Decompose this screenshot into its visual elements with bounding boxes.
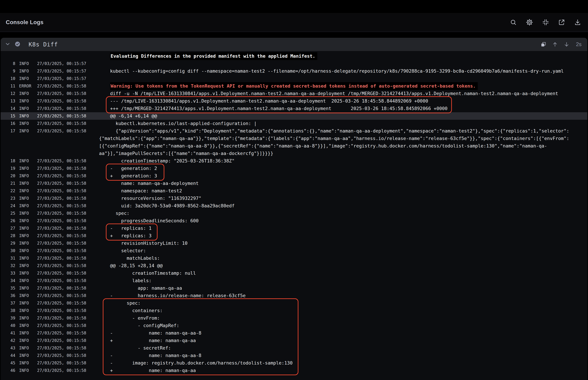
scroll-to-bottom-button[interactable] bbox=[564, 41, 569, 47]
header-actions bbox=[510, 19, 581, 26]
step-actions: 2s bbox=[541, 41, 582, 47]
log-row: 32INFO27/03/2025, 00:15:58 @@ -28,15 +28… bbox=[1, 262, 587, 269]
log-timestamp: 27/03/2025, 00:15:58 bbox=[37, 114, 99, 118]
log-row: 9INFO27/03/2025, 00:15:57 kubectl --kube… bbox=[1, 67, 587, 75]
log-timestamp: 27/03/2025, 00:15:57 bbox=[37, 69, 99, 74]
log-level: INFO bbox=[19, 248, 37, 253]
log-line-number: 28 bbox=[1, 233, 15, 238]
log-level: INFO bbox=[19, 166, 37, 171]
log-timestamp: 27/03/2025, 00:15:58 bbox=[37, 196, 99, 201]
log-message: Evaluating Differences in the provided m… bbox=[99, 52, 587, 60]
download-button[interactable] bbox=[574, 19, 581, 26]
log-timestamp: 27/03/2025, 00:15:58 bbox=[37, 226, 99, 231]
log-level: INFO bbox=[19, 173, 37, 178]
copy-icon bbox=[541, 41, 546, 47]
log-line-number: 42 bbox=[1, 338, 15, 343]
log-timestamp: 27/03/2025, 00:15:58 bbox=[37, 181, 99, 186]
log-level: INFO bbox=[19, 99, 37, 103]
log-message: @@ -6,14 +6,14 @@ bbox=[99, 112, 587, 120]
log-timestamp: 27/03/2025, 00:15:58 bbox=[37, 91, 99, 96]
log-timestamp: 27/03/2025, 00:15:58 bbox=[37, 293, 99, 298]
log-message: progressDeadlineSeconds: 600 bbox=[99, 217, 587, 225]
log-line-number: 12 bbox=[1, 91, 15, 96]
log-message: - configMapRef: bbox=[99, 322, 587, 329]
log-timestamp: 27/03/2025, 00:15:58 bbox=[37, 271, 99, 276]
log-line-number: 46 bbox=[1, 368, 15, 373]
scroll-to-top-button[interactable] bbox=[552, 41, 558, 47]
log-line-number: 38 bbox=[1, 308, 15, 313]
log-level: INFO bbox=[19, 278, 37, 283]
log-timestamp: 27/03/2025, 00:15:58 bbox=[37, 338, 99, 343]
log-level: INFO bbox=[19, 293, 37, 298]
log-line-number: 19 bbox=[1, 166, 15, 171]
log-line-number: 27 bbox=[1, 226, 15, 231]
log-timestamp: 27/03/2025, 00:15:58 bbox=[37, 308, 99, 313]
log-line-number: 23 bbox=[1, 196, 15, 201]
log-level: INFO bbox=[19, 241, 37, 246]
log-level: INFO bbox=[19, 263, 37, 268]
settings-button[interactable] bbox=[526, 19, 533, 26]
gear-icon bbox=[526, 19, 533, 26]
log-timestamp: 27/03/2025, 00:15:58 bbox=[37, 233, 99, 238]
log-timestamp: 27/03/2025, 00:15:58 bbox=[37, 323, 99, 328]
log-timestamp: 27/03/2025, 00:15:58 bbox=[37, 286, 99, 290]
log-row: Evaluating Differences in the provided m… bbox=[1, 52, 587, 60]
copy-logs-button[interactable] bbox=[541, 41, 546, 47]
log-level: INFO bbox=[19, 338, 37, 343]
log-line-number: 24 bbox=[1, 203, 15, 208]
log-level: INFO bbox=[19, 196, 37, 201]
log-level: INFO bbox=[19, 361, 37, 365]
log-timestamp: 27/03/2025, 00:15:58 bbox=[37, 263, 99, 268]
log-line-number: 11 bbox=[1, 84, 15, 88]
step-title: K8s Diff bbox=[29, 41, 58, 48]
log-level: INFO bbox=[19, 286, 37, 290]
log-message: containers: bbox=[99, 307, 587, 314]
log-line-number: 34 bbox=[1, 278, 15, 283]
log-row: 14INFO27/03/2025, 00:15:58 +++ /tmp/MERG… bbox=[1, 105, 587, 112]
log-row: 35INFO27/03/2025, 00:15:58 app: naman-qa… bbox=[1, 285, 587, 292]
log-timestamp: 27/03/2025, 00:15:58 bbox=[37, 158, 99, 163]
log-line-number: 41 bbox=[1, 331, 15, 335]
log-message: spec: bbox=[99, 299, 587, 307]
log-level: INFO bbox=[19, 256, 37, 261]
collapse-button[interactable] bbox=[542, 19, 549, 26]
log-line-number: 40 bbox=[1, 323, 15, 328]
log-line-number: 37 bbox=[1, 301, 15, 305]
chevron-down-icon[interactable] bbox=[5, 41, 10, 47]
log-row: 43INFO27/03/2025, 00:15:58 - secretRef: bbox=[1, 344, 587, 352]
log-message: @@ -28,15 +28,14 @@ bbox=[99, 262, 587, 269]
log-level: INFO bbox=[19, 158, 37, 163]
log-line-number: 20 bbox=[1, 173, 15, 178]
log-timestamp: 27/03/2025, 00:15:58 bbox=[37, 241, 99, 246]
log-message: - name: naman-qa-aa-8 bbox=[99, 352, 587, 359]
arrow-up-icon bbox=[552, 41, 558, 47]
log-message: - replicas: 1 bbox=[99, 225, 587, 232]
log-message: - generation: 2 bbox=[99, 165, 587, 172]
k8s-diff-step-header[interactable]: K8s Diff bbox=[1, 38, 587, 51]
log-row: 18INFO27/03/2025, 00:15:58 creationTimes… bbox=[1, 157, 587, 165]
log-line-number: 43 bbox=[1, 346, 15, 350]
log-message: + name: naman-qa-aa bbox=[99, 337, 587, 344]
log-line-number: 33 bbox=[1, 271, 15, 276]
log-row: 40INFO27/03/2025, 00:15:58 - configMapRe… bbox=[1, 322, 587, 329]
log-row: 25INFO27/03/2025, 00:15:58 spec: bbox=[1, 209, 587, 217]
log-timestamp: 27/03/2025, 00:15:58 bbox=[37, 316, 99, 321]
search-button[interactable] bbox=[510, 19, 517, 26]
log-row: 37INFO27/03/2025, 00:15:58 spec: bbox=[1, 299, 587, 307]
log-level: INFO bbox=[19, 316, 37, 321]
log-viewport[interactable]: Evaluating Differences in the provided m… bbox=[1, 51, 587, 380]
open-in-new-button[interactable] bbox=[558, 19, 565, 26]
log-level: INFO bbox=[19, 353, 37, 358]
log-line-number: 10 bbox=[1, 76, 15, 81]
log-timestamp: 27/03/2025, 00:15:57 bbox=[37, 76, 99, 81]
collapse-icon bbox=[542, 19, 549, 26]
log-row: 26INFO27/03/2025, 00:15:58 progressDeadl… bbox=[1, 217, 587, 225]
log-level: ERROR bbox=[19, 84, 37, 88]
log-message: selector: bbox=[99, 247, 587, 254]
log-line-number: 26 bbox=[1, 218, 15, 223]
log-line-number: 13 bbox=[1, 99, 15, 103]
log-row: 10INFO27/03/2025, 00:15:57 bbox=[1, 75, 587, 82]
log-line-number: 32 bbox=[1, 263, 15, 268]
log-level: INFO bbox=[19, 76, 37, 81]
log-row: 42INFO27/03/2025, 00:15:58 + name: naman… bbox=[1, 337, 587, 344]
